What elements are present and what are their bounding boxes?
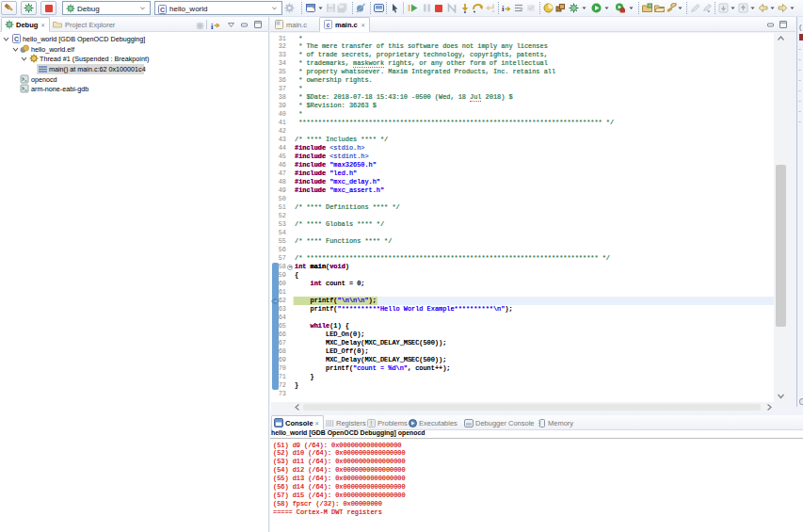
svg-text:c: c bbox=[327, 22, 330, 28]
svg-text:!: ! bbox=[370, 420, 372, 427]
svg-text:i: i bbox=[502, 4, 505, 13]
svg-text:C: C bbox=[160, 6, 165, 12]
svg-text:C: C bbox=[14, 36, 19, 42]
svg-text:i: i bbox=[211, 22, 214, 31]
